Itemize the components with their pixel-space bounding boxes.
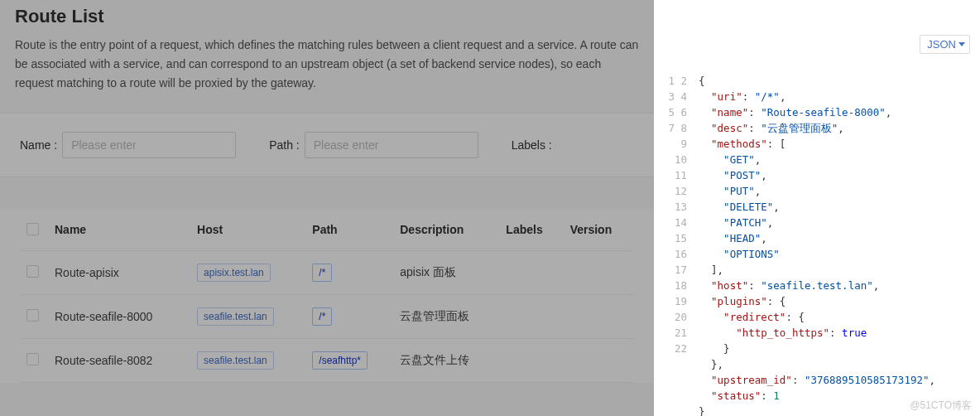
filter-bar: Name : Path : Labels : bbox=[0, 113, 654, 177]
cell-host: seafile.test.lan bbox=[190, 339, 305, 383]
line-gutter: 1 2 3 4 5 6 7 8 9 10 11 12 13 14 15 16 1… bbox=[662, 73, 699, 416]
filter-name-label: Name : bbox=[20, 138, 57, 152]
filter-path-input[interactable] bbox=[305, 132, 478, 158]
filter-name: Name : bbox=[20, 132, 236, 158]
cell-version bbox=[564, 339, 634, 383]
select-all-checkbox[interactable] bbox=[26, 223, 39, 235]
filter-labels: Labels : bbox=[512, 138, 552, 152]
route-table: Name Host Path Description Labels Versio… bbox=[20, 209, 634, 383]
filter-path: Path : bbox=[269, 132, 478, 158]
col-host[interactable]: Host bbox=[190, 209, 305, 251]
filter-name-input[interactable] bbox=[62, 132, 236, 158]
json-editor[interactable]: 1 2 3 4 5 6 7 8 9 10 11 12 13 14 15 16 1… bbox=[662, 73, 968, 416]
route-detail-panel: JSON 1 2 3 4 5 6 7 8 9 10 11 12 13 14 15… bbox=[654, 0, 980, 416]
host-tag: seafile.test.lan bbox=[197, 351, 274, 370]
cell-path: /* bbox=[305, 251, 393, 295]
cell-path: /* bbox=[305, 295, 393, 339]
cell-description: 云盘管理面板 bbox=[393, 295, 499, 339]
table-row[interactable]: Route-seafile-8082seafile.test.lan/seafh… bbox=[20, 339, 634, 383]
cell-name: Route-seafile-8082 bbox=[48, 339, 190, 383]
filter-labels-label: Labels : bbox=[512, 138, 552, 152]
cell-labels bbox=[499, 251, 563, 295]
route-table-wrap: Name Host Path Description Labels Versio… bbox=[0, 209, 654, 383]
host-tag: seafile.test.lan bbox=[197, 307, 274, 326]
page-title: Route List bbox=[0, 0, 654, 36]
col-description[interactable]: Description bbox=[393, 209, 499, 251]
cell-labels bbox=[499, 339, 563, 383]
table-row[interactable]: Route-apisixapisix.test.lan/*apisix 面板 bbox=[20, 251, 634, 295]
col-version[interactable]: Version bbox=[564, 209, 634, 251]
json-code[interactable]: { "uri": "/*", "name": "Route-seafile-80… bbox=[699, 73, 935, 416]
row-checkbox[interactable] bbox=[26, 265, 39, 278]
row-checkbox[interactable] bbox=[26, 353, 39, 365]
watermark: @51CTO博客 bbox=[910, 399, 972, 413]
cell-host: seafile.test.lan bbox=[190, 295, 305, 339]
path-tag: /* bbox=[312, 264, 332, 282]
cell-labels bbox=[499, 295, 563, 339]
cell-description: 云盘文件上传 bbox=[393, 339, 499, 383]
cell-description: apisix 面板 bbox=[393, 251, 499, 295]
path-tag: /* bbox=[312, 307, 332, 326]
table-header-row: Name Host Path Description Labels Versio… bbox=[20, 209, 634, 251]
path-tag: /seafhttp* bbox=[312, 351, 368, 370]
row-checkbox[interactable] bbox=[26, 309, 39, 322]
cell-name: Route-seafile-8000 bbox=[48, 295, 190, 339]
format-selector[interactable]: JSON bbox=[920, 35, 970, 54]
col-path[interactable]: Path bbox=[305, 209, 393, 251]
cell-version bbox=[564, 295, 634, 339]
route-list-panel: Route List Route is the entry point of a… bbox=[0, 0, 654, 416]
host-tag: apisix.test.lan bbox=[197, 264, 271, 282]
cell-host: apisix.test.lan bbox=[190, 251, 305, 295]
page-description: Route is the entry point of a request, w… bbox=[0, 36, 654, 104]
col-labels[interactable]: Labels bbox=[499, 209, 563, 251]
cell-version bbox=[564, 251, 634, 295]
table-row[interactable]: Route-seafile-8000seafile.test.lan/*云盘管理… bbox=[20, 295, 634, 339]
cell-name: Route-apisix bbox=[48, 251, 190, 295]
col-name[interactable]: Name bbox=[48, 209, 190, 251]
cell-path: /seafhttp* bbox=[305, 339, 393, 383]
filter-path-label: Path : bbox=[269, 138, 300, 152]
